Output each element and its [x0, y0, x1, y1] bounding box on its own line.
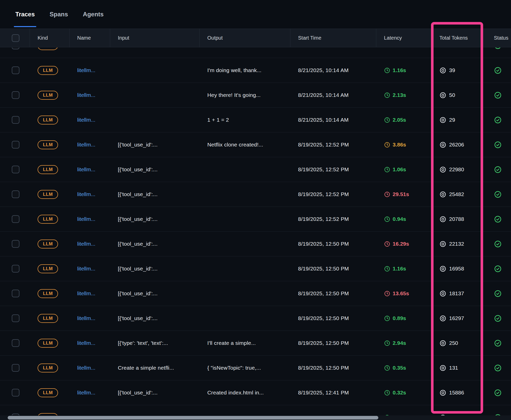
row-checkbox[interactable] [12, 290, 19, 297]
row-checkbox[interactable] [12, 215, 19, 223]
row-checkbox[interactable] [12, 48, 19, 49]
total-tokens-cell: 131 [432, 356, 482, 380]
latency-cell: 2.13s [376, 83, 432, 107]
tab-agents[interactable]: Agents [83, 0, 104, 29]
trace-name-link[interactable]: litellm... [77, 290, 95, 297]
row-checkbox[interactable] [12, 364, 19, 372]
table-row[interactable]: LLM litellm... Create a simple netfli...… [0, 356, 511, 380]
input-text: [{'tool_use_id':... [118, 241, 157, 247]
latency-indicator: 2.94s [384, 340, 406, 346]
tab-spans[interactable]: Spans [50, 0, 68, 29]
start-time-cell: 8/19/2025, 12:52 PM [290, 182, 376, 207]
output-cell [200, 48, 290, 58]
row-checkbox[interactable] [12, 116, 19, 124]
trace-name-link[interactable]: litellm... [77, 390, 95, 396]
trace-name-link[interactable]: litellm... [77, 216, 95, 222]
status-cell [482, 157, 511, 182]
tokens-icon [439, 117, 446, 123]
row-checkbox[interactable] [12, 141, 19, 149]
select-all-checkbox[interactable] [12, 34, 19, 42]
trace-name-link[interactable]: litellm... [77, 365, 95, 371]
kind-badge: LLM [38, 66, 58, 75]
tokens-count: 131 [449, 365, 458, 371]
latency-cell: 0.32s [376, 380, 432, 405]
status-success-icon [494, 66, 502, 74]
start-time-text: 8/19/2025, 12:50 PM [298, 315, 349, 321]
table-row[interactable]: LLM litellm... [{'tool_use_id':... 8/19/… [0, 232, 511, 256]
table-row[interactable]: LLM litellm... I'm doing well, thank... … [0, 58, 511, 83]
table-row[interactable]: LLM litellm... [{'tool_use_id':... 8/19/… [0, 256, 511, 281]
trace-name-link[interactable]: litellm... [77, 142, 95, 148]
latency-cell: 1.16s [376, 256, 432, 281]
tokens-icon [439, 290, 446, 297]
trace-name-link[interactable]: litellm... [77, 117, 95, 123]
table-row[interactable]: LLM litellm... [{'tool_use_id':... 8/19/… [0, 306, 511, 331]
horizontal-scrollbar-thumb[interactable] [8, 416, 378, 419]
name-cell: litellm... [70, 380, 110, 405]
row-checkbox[interactable] [12, 389, 19, 396]
name-cell: litellm... [70, 157, 110, 182]
status-success-icon [494, 91, 502, 99]
status-cell [482, 232, 511, 256]
tokens-icon [439, 315, 446, 322]
view-tabbar: Traces Spans Agents [0, 0, 511, 29]
status-cell [482, 108, 511, 132]
status-cell [482, 132, 511, 157]
row-checkbox[interactable] [12, 190, 19, 198]
input-cell [110, 83, 200, 107]
total-tokens-cell: 18137 [432, 281, 482, 306]
input-text: [{'tool_use_id':... [118, 290, 157, 297]
table-row[interactable]: LLM litellm... [{'tool_use_id':... 8/19/… [0, 157, 511, 182]
input-text: [{'tool_use_id':... [118, 266, 157, 272]
input-text: [{'type': 'text', 'text':... [118, 340, 168, 346]
row-checkbox[interactable] [12, 314, 19, 322]
table-row[interactable]: LLM litellm... [{'tool_use_id':... 8/19/… [0, 182, 511, 207]
table-row[interactable]: LLM litellm... 1 + 1 = 2 8/21/2025, 10:1… [0, 108, 511, 132]
tab-traces[interactable]: Traces [15, 0, 35, 29]
kind-badge: LLM [38, 116, 58, 124]
trace-name-link[interactable]: litellm... [77, 241, 95, 247]
table-row[interactable]: LLM litellm... [{'tool_use_id':... 8/19/… [0, 281, 511, 306]
row-checkbox-cell [0, 256, 30, 281]
tokens-icon [439, 365, 446, 371]
row-checkbox[interactable] [12, 240, 19, 248]
tokens-count: 22132 [449, 241, 464, 247]
kind-badge: LLM [38, 339, 58, 348]
latency-cell: 3.86s [376, 132, 432, 157]
latency-value: 0.35s [393, 365, 406, 371]
row-checkbox[interactable] [12, 166, 19, 173]
trace-name-link[interactable]: litellm... [77, 191, 95, 197]
trace-name-link[interactable]: litellm... [77, 92, 95, 98]
output-text: I'll create a simple... [207, 340, 256, 346]
trace-name-link[interactable]: litellm... [77, 67, 95, 73]
row-checkbox[interactable] [12, 66, 19, 74]
row-checkbox[interactable] [12, 91, 19, 99]
table-row[interactable]: LLM litellm... [{'tool_use_id':... Netfl… [0, 132, 511, 157]
clock-icon [384, 142, 390, 148]
status-success-icon [494, 339, 502, 347]
total-tokens-value: 50 [439, 92, 455, 99]
row-checkbox[interactable] [12, 339, 19, 347]
kind-cell: LLM [30, 232, 70, 256]
clock-icon [384, 67, 390, 74]
status-cell [482, 306, 511, 331]
latency-indicator: 13.65s [384, 290, 409, 297]
start-time-cell: 8/19/2025, 12:50 PM [290, 306, 376, 331]
row-checkbox[interactable] [12, 265, 19, 273]
table-row[interactable]: LLM litellm... [{'type': 'text', 'text':… [0, 331, 511, 356]
trace-name-link[interactable]: litellm... [77, 266, 95, 272]
tokens-count: 26206 [449, 142, 464, 148]
trace-name-link[interactable]: litellm... [77, 315, 95, 321]
output-cell: Created index.html in... [200, 380, 290, 405]
status-cell [482, 331, 511, 355]
trace-name-link[interactable]: litellm... [77, 166, 95, 173]
trace-name-link[interactable]: litellm... [77, 340, 95, 346]
table-row[interactable]: LLM litellm... Hey there! It's going... … [0, 83, 511, 108]
table-row[interactable]: LLM [0, 48, 511, 58]
total-tokens-cell: 22980 [432, 157, 482, 182]
table-row[interactable]: LLM litellm... [{'tool_use_id':... 8/19/… [0, 207, 511, 232]
kind-cell: LLM [30, 306, 70, 331]
latency-value: 29.51s [393, 191, 409, 197]
total-tokens-value: 131 [439, 365, 458, 371]
table-row[interactable]: LLM litellm... [{'tool_use_id':... Creat… [0, 380, 511, 405]
